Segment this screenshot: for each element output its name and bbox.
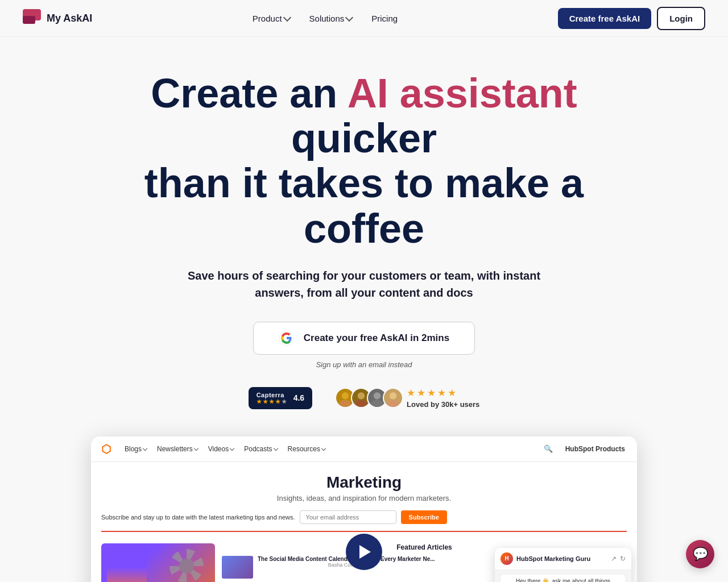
pricing-nav-item[interactable]: Pricing	[363, 9, 406, 28]
hero-highlight-assistant: assistant	[400, 70, 577, 116]
hs-videos-chevron-icon	[230, 446, 234, 451]
chat-header-left: H HubSpot Marketing Guru	[500, 552, 590, 565]
hubspot-nav: ⬡ Blogs Newsletters Videos Podcasts	[91, 436, 637, 462]
svg-rect-1	[23, 16, 35, 24]
chat-icons: ↗ ↻	[611, 555, 626, 563]
svg-point-10	[374, 392, 380, 399]
hs-podcasts-chevron-icon	[273, 446, 278, 451]
cta-section: Create your free AskAI in 2mins Sign up …	[253, 322, 475, 369]
star-4-icon: ★	[437, 387, 446, 399]
hs-fa-text-1: The Social Media Content Calendar Templa…	[258, 556, 435, 579]
hs-blogs-chevron-icon	[143, 446, 147, 451]
capterra-label: Capterra ★ ★ ★ ★ ★	[257, 392, 287, 405]
hero-section: Create an AI assistant quickerthan it ta…	[0, 37, 728, 582]
chat-share-icon: ↗	[611, 555, 617, 563]
user-avatars-group: ★ ★ ★ ★ ★ Loved by 30k+ users	[335, 387, 479, 409]
play-button[interactable]	[346, 534, 382, 570]
email-signup-link[interactable]: Sign up with an email instead	[316, 360, 412, 369]
brand-name: My AskAI	[47, 13, 92, 24]
star-1-icon: ★	[407, 387, 415, 399]
chat-bubble-icon: 💬	[693, 547, 708, 562]
hs-fa-thumb-1	[222, 556, 253, 579]
hs-resources-chevron-icon	[321, 446, 326, 451]
star-5-icon: ★	[448, 387, 456, 399]
login-button[interactable]: Login	[657, 7, 705, 30]
stars-row: ★ ★ ★ ★ ★	[407, 387, 456, 399]
logo-icon	[23, 9, 41, 27]
star-3-icon: ★	[427, 387, 436, 399]
hs-podcasts-link: Podcasts	[244, 445, 277, 453]
hero-highlight-ai: AI	[348, 70, 400, 116]
avatar-stack	[335, 388, 403, 408]
avatar-4	[383, 388, 403, 408]
capterra-stars: ★ ★ ★ ★ ★	[257, 398, 287, 405]
hs-subscribe-button[interactable]: Subscribe	[401, 510, 447, 524]
hubspot-subscribe-row: Subscribe and stay up to date with the l…	[101, 510, 627, 524]
chat-header: H HubSpot Marketing Guru ↗ ↻	[495, 548, 631, 570]
hero-title: Create an AI assistant quickerthan it ta…	[114, 71, 614, 251]
google-cta-label: Create your free AskAI in 2mins	[304, 332, 449, 344]
hubspot-title: Marketing	[101, 473, 627, 492]
hero-subtitle: Save hours of searching for your custome…	[171, 267, 557, 301]
chat-name: HubSpot Marketing Guru	[516, 555, 590, 562]
product-chevron-icon	[283, 13, 291, 21]
chat-refresh-icon: ↻	[620, 555, 626, 563]
brand-logo[interactable]: My AskAI	[23, 9, 92, 27]
svg-point-4	[342, 392, 349, 399]
chat-bot-message: Hey there 👋, ask me about all things mar…	[500, 575, 626, 582]
solutions-nav-item[interactable]: Solutions	[301, 9, 361, 28]
hero-title-suffix: quickerthan it takes to make a coffee	[144, 115, 584, 251]
hs-newsletters-chevron-icon	[193, 446, 198, 451]
hs-products-button: HubSpot Products	[565, 445, 627, 453]
hs-videos-link: Videos	[208, 445, 234, 453]
hs-search-icon: 🔍	[541, 442, 555, 456]
hs-email-input[interactable]	[300, 510, 396, 524]
chat-bubble-fixed[interactable]: 💬	[686, 540, 714, 568]
google-signup-button[interactable]: Create your free AskAI in 2mins	[253, 322, 475, 355]
chat-avatar: H	[500, 552, 513, 565]
avatar-person-4-icon	[384, 389, 402, 407]
hs-article-image	[101, 543, 215, 582]
nav-links: Product Solutions Pricing	[245, 9, 406, 28]
demo-inner: ⬡ Blogs Newsletters Videos Podcasts	[91, 436, 637, 582]
hs-subscribe-label: Subscribe and stay up to date with the l…	[101, 514, 295, 521]
main-nav: My AskAI Product Solutions Pricing Creat…	[0, 0, 728, 37]
hubspot-logo: ⬡	[101, 442, 111, 456]
google-icon	[279, 330, 295, 346]
play-triangle-icon	[359, 545, 371, 559]
capterra-badge: Capterra ★ ★ ★ ★ ★ 4.6	[249, 387, 312, 409]
nav-actions: Create free AskAI Login	[558, 7, 705, 30]
hs-article-person-img	[107, 549, 147, 582]
hs-blogs-link: Blogs	[125, 445, 147, 453]
social-proof-section: Capterra ★ ★ ★ ★ ★ 4.6	[249, 387, 480, 409]
loved-label: Loved by 30k+ users	[407, 400, 479, 409]
chat-widget: H HubSpot Marketing Guru ↗ ↻ Hey there 👋…	[495, 548, 631, 582]
loved-by-text: ★ ★ ★ ★ ★ Loved by 30k+ users	[407, 387, 479, 409]
hubspot-tagline: Insights, ideas, and inspiration for mod…	[101, 494, 627, 502]
hubspot-hero: Marketing Insights, ideas, and inspirati…	[91, 462, 637, 543]
hs-gear-shape-img	[169, 549, 204, 582]
solutions-chevron-icon	[345, 13, 353, 21]
capterra-score: 4.6	[293, 393, 304, 402]
demo-screenshot: ⬡ Blogs Newsletters Videos Podcasts	[91, 436, 637, 582]
star-2-icon: ★	[417, 387, 425, 399]
hs-main-article: 5 Steps to Create an Outstanding Marketi…	[101, 543, 215, 582]
svg-point-13	[390, 392, 396, 399]
chat-messages: Hey there 👋, ask me about all things mar…	[495, 570, 631, 582]
hs-divider	[101, 531, 627, 532]
hero-title-prefix: Create an	[151, 70, 347, 116]
svg-point-7	[358, 392, 365, 399]
product-nav-item[interactable]: Product	[245, 9, 298, 28]
create-free-button[interactable]: Create free AskAI	[558, 8, 652, 29]
hs-resources-link: Resources	[288, 445, 325, 453]
hs-newsletters-link: Newsletters	[157, 445, 198, 453]
